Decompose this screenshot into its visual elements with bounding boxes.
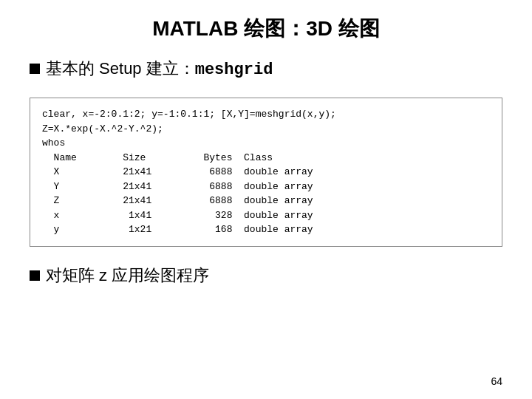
subtitle-prefix: 基本的 Setup 建立： <box>46 59 195 78</box>
subtitle-section: 基本的 Setup 建立：meshgrid <box>30 58 502 80</box>
subtitle-text: 基本的 Setup 建立：meshgrid <box>46 58 273 80</box>
title-text: MATLAB 绘图：3D 绘图 <box>152 17 379 40</box>
bottom-section: 对矩阵 z 应用绘图程序 <box>30 265 502 287</box>
bottom-label: 对矩阵 z 应用绘图程序 <box>46 266 209 284</box>
bottom-text: 对矩阵 z 应用绘图程序 <box>46 265 209 287</box>
code-content: clear, x=-2:0.1:2; y=-1:0.1:1; [X,Y]=mes… <box>42 107 490 237</box>
page-title: MATLAB 绘图：3D 绘图 <box>30 15 502 43</box>
page-container: MATLAB 绘图：3D 绘图 基本的 Setup 建立：meshgrid cl… <box>0 0 532 399</box>
subtitle-monospace: meshgrid <box>195 61 273 79</box>
bottom-bullet-icon <box>30 270 40 281</box>
code-block: clear, x=-2:0.1:2; y=-1:0.1:1; [X,Y]=mes… <box>30 98 502 247</box>
page-number: 64 <box>491 375 502 387</box>
bullet-icon <box>30 64 40 74</box>
